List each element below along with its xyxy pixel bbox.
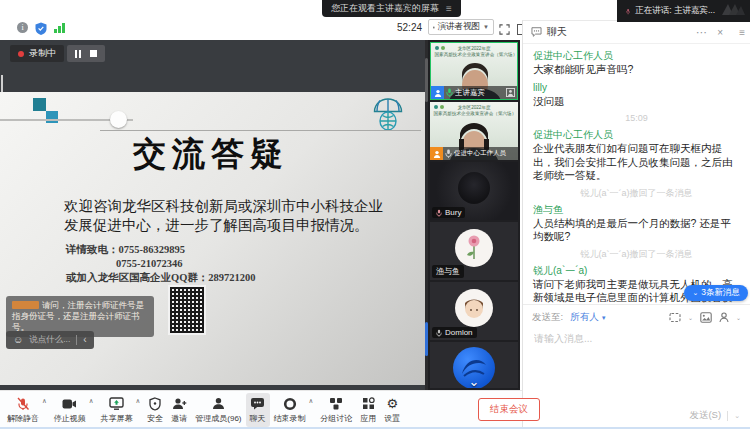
message-sender: 锐儿(a`一´a) [533,265,740,277]
video-tile-bury[interactable]: Bury [430,162,518,220]
menu-icon[interactable]: ≡ [446,3,452,14]
participant-name: 主讲嘉宾 [455,88,504,98]
new-messages-button[interactable]: ⌄ 3条新消息 [684,285,748,301]
chat-input[interactable] [532,332,745,345]
stop-recording-button-toolbar[interactable]: 结束录制 [270,393,310,427]
stop-recording-button[interactable] [90,50,97,57]
invite-button[interactable]: 邀请 [167,393,191,427]
members-icon [212,397,225,411]
caption-quick-input[interactable]: ☺ 说点什么... ‹ [6,331,94,349]
unmute-button[interactable]: 解除静音 [3,393,43,427]
share-screen-button[interactable]: 共享屏幕 [97,393,137,427]
meeting-timer: 52:24 [397,22,422,33]
chevron-down-icon[interactable]: ⌄ [734,412,740,420]
chat-icon [250,397,265,411]
recording-dot-icon [18,51,24,57]
breakout-rooms-button[interactable]: 分组讨论 [316,393,356,427]
message-text: 没问题 [533,95,740,109]
divider [76,335,77,345]
send-button-group[interactable]: 发送(S) ⌄ [689,409,740,422]
mic-on-icon [446,88,453,97]
scroll-more-chevron-icon[interactable]: ⌄ [469,374,480,389]
chevron-down-icon: ⌄ [692,289,698,297]
chat-title: 聊天 [547,25,567,39]
slide-body-line: 欢迎咨询龙华区科技创新局或深圳市中小科技企业 [64,197,409,216]
speaking-mic-icon [626,6,630,17]
video-tile-yuyuyu[interactable]: 渔与鱼 [430,222,518,280]
recall-notice: 锐儿(a`一´a)撤回了一条消息 [533,187,740,199]
slide-deco-circle [110,111,127,128]
message-sender: 促进中心工作人员 [533,50,740,62]
message-text: 人员结构填的是最后一个月的数据? 还是平均数呢? [533,217,740,244]
video-tile-domlon[interactable]: Domlon [430,282,518,340]
screen-share-area: 录制中 [0,40,425,390]
recording-label: 录制中 [29,47,56,60]
chevron-down-icon[interactable]: ⌄ [688,314,693,321]
speaking-status-bar: 正在讲话: 主讲嘉宾... [617,0,750,22]
chat-button[interactable]: 聊天 [246,393,270,427]
network-signal-icon[interactable] [54,23,65,33]
stop-video-button[interactable]: 停止视频 [50,393,90,427]
send-button-label[interactable]: 发送(S) [689,409,721,422]
fullscreen-icon[interactable] [499,21,510,39]
speaker-view-icon [433,23,435,32]
pin-video-icon[interactable] [506,88,515,97]
watching-screen-banner: 您正在观看主讲嘉宾的屏幕 ≡ [322,0,461,17]
video-tile-staff[interactable]: 龙华区2022年度国家高新技术企业政策宣讲会（第六场） 促进中心工作人员 [430,102,518,160]
qr-code [168,285,206,335]
end-meeting-button[interactable]: 结束会议 [478,398,540,421]
participant-name: Domlon [445,328,473,337]
apps-button[interactable]: 应用 [356,393,380,427]
invite-person-icon [172,397,187,411]
slide-contact-block: 详情致电：0755-86329895 0755-21072346 或加入龙华区国… [66,243,256,285]
emoji-icon[interactable]: ☺ [13,335,23,345]
more-options-icon[interactable]: ⋯ [696,26,708,39]
screenshot-icon[interactable] [669,312,681,323]
view-mode-label: 演讲者视图 [438,21,481,33]
message-text: 大家都能听见声音吗? [533,63,740,77]
dark-avatar [458,172,490,204]
slide-deco-square [46,111,58,123]
meeting-logo-icon [720,2,746,20]
mic-icon [445,149,452,158]
flower-avatar [455,229,493,267]
slide-body: 欢迎咨询龙华区科技创新局或深圳市中小科技企业 发展促进中心，进一步了解国高项目申… [64,197,409,235]
message-sender: lilly [533,82,740,94]
participant-name: 渔与鱼 [436,266,460,277]
settings-button[interactable]: ⚙ 设置 [380,393,404,427]
globe-logo-icon [371,97,405,137]
meeting-toolbar: 解除静音 ∧ 停止视频 ∧ 共享屏幕 ∧ 安全 邀请 [0,390,522,429]
message-timestamp: 15:09 [533,112,740,124]
chevron-down-icon[interactable]: ⌄ [736,314,741,321]
mic-icon [436,209,442,217]
shield-health-icon[interactable] [35,21,47,39]
security-button[interactable]: 安全 [143,393,167,427]
slide-deco-square [33,98,46,111]
view-mode-dropdown[interactable]: 演讲者视图 ▼ [428,19,494,35]
video-tile-speaker[interactable]: 龙华区2022年度国家高新技术企业政策宣讲会（第六场） 主讲嘉宾 [430,42,518,100]
staff-role-icon [430,147,443,160]
participant-name: 促进中心工作人员 [454,149,516,158]
mention-person-icon[interactable] [719,312,729,323]
close-icon[interactable]: × [717,27,723,38]
divider [727,411,728,421]
scroll-mark [1,75,3,93]
slide-body-line: 发展促进中心，进一步了解国高项目申报情况。 [64,216,409,235]
mic-icon [436,329,442,337]
contact-phone-line2: 0755-21072346 [66,257,256,271]
collapse-left-icon[interactable]: ‹ [83,335,86,345]
drag-handle-icon[interactable]: ≡ [739,27,745,38]
cartoon-avatar [455,289,493,327]
gear-icon: ⚙ [386,397,398,411]
chat-message-list[interactable]: 促进中心工作人员 大家都能听见声音吗? lilly 没问题 15:09 促进中心… [523,44,750,304]
participant-name: Bury [445,208,461,217]
manage-members-button[interactable]: 管理成员(96) [191,393,245,427]
watching-screen-text: 您正在观看主讲嘉宾的屏幕 [331,2,439,15]
image-icon[interactable] [700,312,712,323]
info-icon[interactable]: i [17,22,28,33]
pause-recording-button[interactable] [75,50,81,58]
send-to-selector[interactable]: 所有人 [570,311,599,324]
camera-icon [62,397,77,411]
chat-panel: 聊天 ⋯ × ≡ 促进中心工作人员 大家都能听见声音吗? lilly 没问题 1… [522,20,750,429]
message-text: 企业代表朋友们如有问题可在聊天框内提出，我们会安排工作人员收集问题，之后由老师统… [533,142,740,183]
